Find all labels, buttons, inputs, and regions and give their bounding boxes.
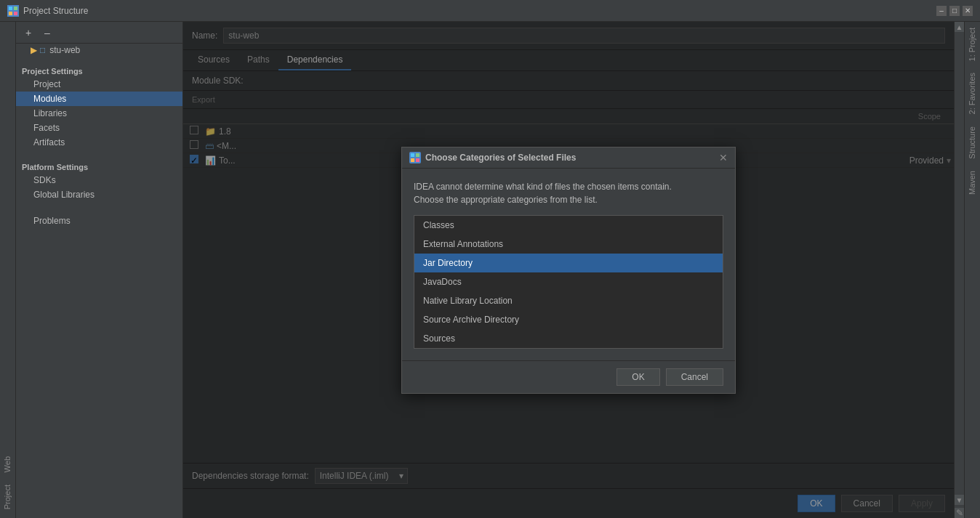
edit-button[interactable]: ✎ bbox=[955, 508, 965, 518]
sidebar-item-modules[interactable]: Modules bbox=[16, 92, 182, 106]
modal-footer: OK Cancel bbox=[402, 360, 735, 393]
scroll-down-arrow[interactable]: ▼ bbox=[955, 495, 965, 505]
project-settings-header: Project Settings bbox=[16, 62, 182, 77]
list-item-sources[interactable]: Sources bbox=[414, 329, 723, 348]
list-item-jar-directory[interactable]: Jar Directory bbox=[414, 254, 723, 272]
copy-module-button[interactable] bbox=[58, 25, 74, 41]
tree-item-stu-web[interactable]: ▶ □ stu-web bbox=[16, 44, 182, 57]
platform-settings-section: Platform Settings SDKs Global Libraries bbox=[16, 158, 182, 202]
sidebar-item-libraries[interactable]: Libraries bbox=[16, 106, 182, 121]
modal-body: IDEA cannot determine what kind of files… bbox=[402, 169, 735, 360]
side-tab-web[interactable]: Web bbox=[1, 450, 15, 478]
svg-rect-3 bbox=[14, 12, 17, 15]
modal-description: IDEA cannot determine what kind of files… bbox=[414, 180, 723, 206]
title-bar: Project Structure – □ ✕ bbox=[0, 0, 980, 22]
modal-overlay: Choose Categories of Selected Files ✕ ID… bbox=[183, 22, 954, 518]
right-scrollbar: ▲ ▼ ✎ bbox=[954, 22, 964, 518]
side-tab-structure[interactable]: Structure bbox=[965, 121, 980, 165]
svg-rect-0 bbox=[9, 7, 12, 10]
maximize-button[interactable]: □ bbox=[949, 6, 960, 16]
side-tab-project-left[interactable]: Project bbox=[1, 479, 15, 515]
main-layout: + – ▶ □ stu-web Project Settings Project… bbox=[16, 22, 964, 518]
list-item-external-annotations[interactable]: External Annotations bbox=[414, 235, 723, 254]
modal-title-bar: Choose Categories of Selected Files ✕ bbox=[402, 147, 735, 169]
modal-title-icon bbox=[409, 152, 421, 163]
scroll-up-arrow[interactable]: ▲ bbox=[955, 22, 965, 32]
svg-rect-7 bbox=[416, 158, 419, 162]
right-toolstrip: 1: Project 2: Favorites Structure Maven bbox=[964, 22, 980, 518]
sidebar-item-artifacts[interactable]: Artifacts bbox=[16, 135, 182, 150]
list-item-native-library[interactable]: Native Library Location bbox=[414, 291, 723, 310]
categories-list: Classes External Annotations Jar Directo… bbox=[414, 215, 723, 349]
main-window: Project Structure – □ ✕ Web Project + – bbox=[0, 0, 980, 518]
svg-rect-5 bbox=[416, 153, 419, 157]
platform-settings-header: Platform Settings bbox=[16, 158, 182, 173]
app-icon bbox=[7, 5, 19, 17]
svg-rect-2 bbox=[9, 12, 12, 15]
list-item-classes[interactable]: Classes bbox=[414, 216, 723, 235]
modal-cancel-button[interactable]: Cancel bbox=[666, 368, 723, 386]
module-content: Name: Sources Paths Dependencies Module … bbox=[183, 22, 954, 518]
sidebar-item-project[interactable]: Project bbox=[16, 77, 182, 92]
project-settings-section: Project Settings Project Modules Librari… bbox=[16, 62, 182, 150]
svg-rect-1 bbox=[14, 7, 17, 10]
svg-rect-6 bbox=[411, 158, 414, 162]
remove-module-button[interactable]: – bbox=[39, 25, 55, 41]
folder-icon: ▶ bbox=[31, 45, 37, 55]
problems-section: Problems bbox=[16, 214, 182, 228]
minimize-button[interactable]: – bbox=[936, 6, 947, 16]
svg-rect-4 bbox=[411, 153, 414, 157]
side-tab-1-project[interactable]: 1: Project bbox=[965, 22, 980, 67]
sidebar-item-problems[interactable]: Problems bbox=[16, 214, 182, 228]
panel-toolbar: + – bbox=[16, 22, 182, 44]
sidebar-item-global-libraries[interactable]: Global Libraries bbox=[16, 187, 182, 202]
modal-title: Choose Categories of Selected Files bbox=[409, 152, 576, 163]
list-item-javadocs[interactable]: JavaDocs bbox=[414, 272, 723, 291]
list-item-source-archive[interactable]: Source Archive Directory bbox=[414, 310, 723, 329]
scroll-track bbox=[955, 32, 964, 495]
add-module-button[interactable]: + bbox=[20, 25, 36, 41]
project-settings-panel: + – ▶ □ stu-web Project Settings Project… bbox=[16, 22, 183, 518]
side-tab-maven[interactable]: Maven bbox=[965, 165, 980, 201]
side-tab-2-favorites[interactable]: 2: Favorites bbox=[965, 67, 980, 120]
choose-categories-modal: Choose Categories of Selected Files ✕ ID… bbox=[401, 147, 736, 394]
sidebar-item-sdks[interactable]: SDKs bbox=[16, 173, 182, 187]
left-toolstrip: Web Project bbox=[0, 22, 16, 518]
modal-close-button[interactable]: ✕ bbox=[719, 152, 728, 163]
sidebar-item-facets[interactable]: Facets bbox=[16, 121, 182, 135]
modal-ok-button[interactable]: OK bbox=[616, 368, 659, 386]
close-button[interactable]: ✕ bbox=[963, 6, 973, 16]
module-icon: □ bbox=[40, 45, 45, 55]
content-area: Web Project + – ▶ □ stu-web bbox=[0, 22, 980, 518]
window-title: Project Structure bbox=[23, 6, 88, 16]
